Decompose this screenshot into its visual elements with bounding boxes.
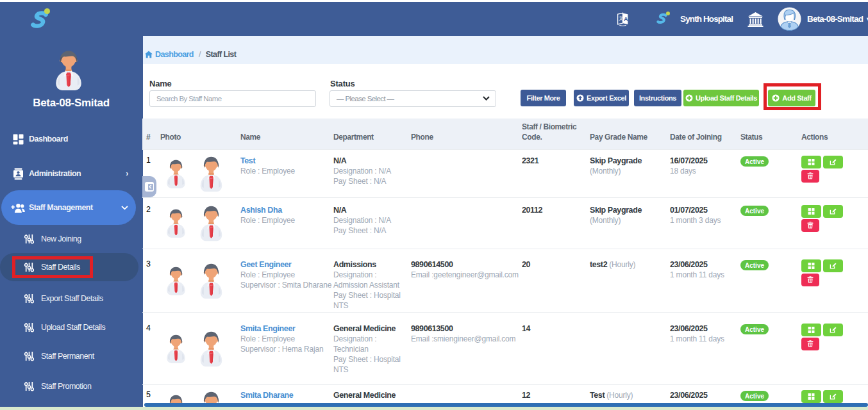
svg-text:文: 文 <box>619 15 623 21</box>
svg-text:A: A <box>624 15 628 22</box>
